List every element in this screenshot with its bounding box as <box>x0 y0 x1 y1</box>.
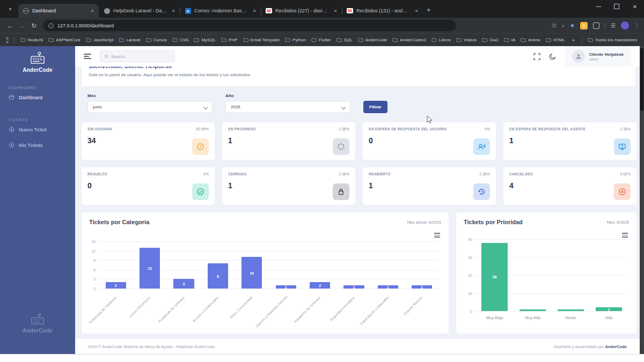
bookmark-folder[interactable]: Gw2 <box>479 36 501 43</box>
key-icon[interactable]: ⚿ <box>552 23 557 29</box>
bookmark-folder[interactable]: Flutter <box>309 36 334 43</box>
extension-badge-icon[interactable]: 1 <box>580 22 588 29</box>
tab-close-icon[interactable]: ✕ <box>170 8 177 14</box>
bar-value-label: 8 <box>217 274 219 278</box>
stat-value: 1 <box>509 136 514 145</box>
browser-tab[interactable]: o Correo: Anderson Bastidas - O ✕ <box>180 4 261 18</box>
sidebar-section-label: TICKETS <box>0 118 75 122</box>
site-info-icon[interactable]: i <box>48 23 54 28</box>
tab-search-chevron-icon[interactable]: ▾ <box>3 3 17 16</box>
page-scrollbar[interactable] <box>640 46 644 354</box>
apps-grid-icon[interactable] <box>6 37 8 43</box>
stat-value: 34 <box>87 136 96 145</box>
bar-muy-alta[interactable] <box>519 309 545 311</box>
chart-menu-icon[interactable] <box>622 233 628 238</box>
stat-card: EN ESPERA DE RESPUESTA DEL USUARIO 0% 0 <box>363 122 496 160</box>
browser-tab[interactable]: HelpDesk Laravel - Dashboard ✕ <box>99 4 180 18</box>
bookmark-folder[interactable]: AnderCodev2 <box>390 36 429 43</box>
search-box[interactable] <box>100 50 175 62</box>
address-bar[interactable]: i 127.0.0.1:8000/dashboard <box>43 20 456 31</box>
year-select[interactable]: 2025 <box>225 101 350 113</box>
bookmark-folder[interactable]: Python <box>282 36 309 43</box>
dashboard-icon <box>9 94 14 100</box>
stat-percent: 80.95% <box>196 127 209 131</box>
browser-tab[interactable]: Dashboard ✕ <box>18 4 99 18</box>
bar-soporte-a-sistemas-internos[interactable]: 1 <box>276 285 296 289</box>
cancel-circle-icon <box>614 183 631 200</box>
bar-alta[interactable]: 2 <box>596 307 621 311</box>
month-select[interactable]: junio <box>87 101 213 113</box>
window-maximize-button[interactable] <box>608 0 626 13</box>
moon-icon[interactable] <box>549 53 556 60</box>
bookmark-folder[interactable]: PHP <box>218 36 240 43</box>
tab-close-icon[interactable]: ✕ <box>413 8 420 14</box>
bookmark-folder[interactable]: CSS <box>170 36 191 43</box>
bar-correo-electrónico[interactable]: 13 <box>140 248 160 289</box>
sidebar-item-dashboard[interactable]: Dashboard <box>0 90 75 105</box>
sidebar-item-mis-tickets[interactable]: Mis Tickets <box>0 137 75 153</box>
bar-acceso-y-credenciales[interactable]: 8 <box>208 263 228 289</box>
stat-percent: 2.38% <box>479 172 490 176</box>
bookmark-folder[interactable]: Laravel <box>116 36 143 43</box>
chart-menu-icon[interactable] <box>434 233 440 238</box>
fullscreen-icon[interactable] <box>533 53 540 60</box>
zoom-icon[interactable]: ⌕ <box>561 23 565 29</box>
bookmark-folder[interactable]: NodeJS <box>18 36 46 43</box>
bookmark-folder[interactable]: HTML <box>543 36 568 43</box>
filter-button[interactable]: Filtrar <box>363 101 387 113</box>
folder-icon <box>546 38 551 42</box>
bar-soporte-remoto[interactable]: 1 <box>412 285 432 289</box>
bar-red-y-conectividad[interactable]: 10 <box>241 257 262 289</box>
hamburger-icon[interactable] <box>84 54 91 59</box>
bookmark-folder[interactable]: Videos <box>453 36 479 43</box>
browser-tab[interactable]: M Recibidos (227) - davisanderso ✕ <box>261 4 342 18</box>
keyboard-logo-icon <box>28 51 47 65</box>
bookmark-folder[interactable]: AnderCode <box>355 36 390 43</box>
forward-icon[interactable]: → <box>16 22 28 29</box>
search-input[interactable] <box>111 54 171 59</box>
tab-close-icon[interactable]: ✕ <box>251 8 258 14</box>
bookmark-star-icon[interactable]: ★ <box>570 23 575 28</box>
kebab-menu-icon[interactable]: ⋮ <box>634 23 640 28</box>
sidebar-item-nuevo-ticket[interactable]: Nuevo Ticket <box>0 122 75 137</box>
window-close-button[interactable] <box>626 0 644 13</box>
all-bookmarks-folder[interactable]: Todos los marcadores <box>585 36 640 43</box>
reload-icon[interactable]: ↻ <box>28 22 40 29</box>
bar-seguridad-informática[interactable]: 1 <box>343 285 364 289</box>
scrollbar-thumb[interactable] <box>640 48 643 111</box>
tab-close-icon[interactable]: ✕ <box>89 8 96 14</box>
clipboard-icon[interactable] <box>593 23 599 29</box>
bar-muy-baja[interactable]: 38 <box>481 243 507 311</box>
bookmark-folder[interactable]: JavaScript <box>83 36 116 43</box>
history-icon <box>473 183 490 200</box>
sliders-icon[interactable]: ☰ <box>611 23 616 28</box>
stat-percent: 0% <box>203 172 209 176</box>
bookmarks-overflow-chevron[interactable]: » <box>569 38 578 43</box>
back-icon[interactable]: ← <box>4 22 16 29</box>
bookmark-folder[interactable]: IA <box>501 36 518 43</box>
new-tab-button[interactable]: + <box>427 6 431 14</box>
app-logo[interactable]: AnderCode <box>0 46 75 73</box>
x-axis-label: Soporte a Sistemas Internos <box>254 295 287 328</box>
bookmark-folder[interactable]: Email Template <box>240 36 283 43</box>
bookmark-folder[interactable]: Libros <box>429 36 453 43</box>
bar-problemas-de-software[interactable]: 3 <box>173 279 194 289</box>
profile-avatar[interactable] <box>621 21 629 29</box>
window-minimize-button[interactable] <box>589 0 608 13</box>
bar-medio[interactable] <box>558 309 583 311</box>
bookmark-label: Flutter <box>319 38 331 42</box>
bookmarks-bar: NodeJS ASPNetCore JavaScript Laravel Cur… <box>0 33 644 46</box>
browser-tab[interactable]: M Recibidos (131) - andercode87 ✕ <box>342 4 423 18</box>
bookmark-folder[interactable]: ASPNetCore <box>46 36 83 43</box>
y-axis-tick: 9 <box>88 258 96 262</box>
bookmark-folder[interactable]: SQL <box>334 36 355 43</box>
url-text[interactable]: 127.0.0.1:8000/dashboard <box>57 23 114 28</box>
bar-instalación-de-software[interactable]: 2 <box>310 282 330 289</box>
bar-problemas-de-hardware[interactable]: 2 <box>106 282 126 289</box>
user-menu[interactable]: Cliente Helpdesk client <box>565 46 631 67</box>
bar-capacitación-o-manuales[interactable]: 1 <box>378 285 398 289</box>
bookmark-folder[interactable]: Cursos <box>143 36 170 43</box>
bookmark-folder[interactable]: Anime <box>518 36 543 43</box>
bookmark-folder[interactable]: MySQL <box>191 36 218 43</box>
tab-close-icon[interactable]: ✕ <box>332 8 339 14</box>
